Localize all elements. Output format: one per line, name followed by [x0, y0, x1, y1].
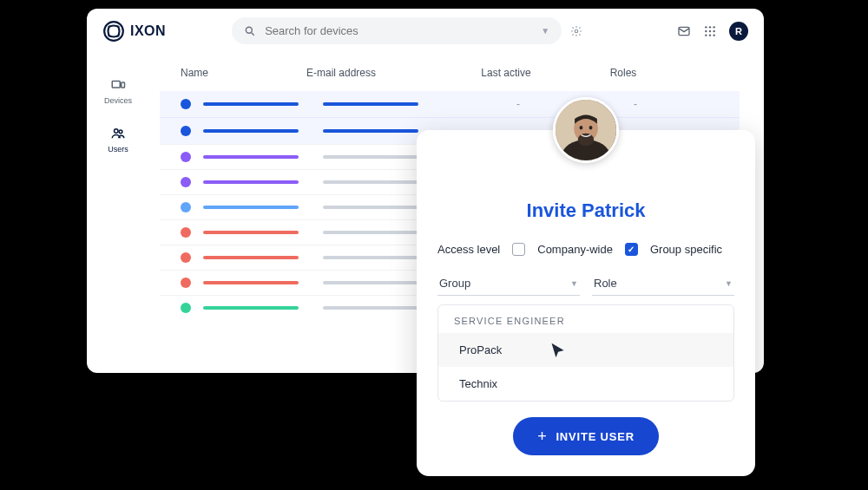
col-email: E-mail address — [306, 67, 441, 79]
status-dot — [181, 177, 191, 187]
checkbox-company-wide[interactable] — [512, 243, 525, 256]
devices-icon — [110, 77, 126, 93]
checkbox-group-specific[interactable] — [625, 243, 638, 256]
table-header: Name E-mail address Last active Roles — [160, 63, 740, 91]
invite-user-button[interactable]: + INVITE USER — [513, 417, 659, 455]
status-dot — [181, 227, 191, 238]
company-wide-label: Company-wide — [537, 243, 613, 256]
sidebar-label: Users — [108, 145, 128, 154]
users-icon — [110, 126, 126, 141]
col-last-active: Last active — [441, 67, 571, 79]
svg-point-22 — [580, 126, 583, 130]
email-placeholder — [323, 256, 418, 259]
email-placeholder — [323, 155, 418, 159]
search-input[interactable] — [265, 24, 532, 37]
sidebar-label: Devices — [104, 96, 132, 105]
gear-icon[interactable] — [570, 25, 582, 37]
status-dot — [181, 202, 191, 212]
name-placeholder — [203, 155, 299, 159]
svg-point-8 — [705, 29, 707, 31]
svg-point-21 — [578, 134, 594, 147]
email-placeholder — [323, 231, 418, 234]
brand-text: IXON — [130, 23, 166, 39]
header-actions: R — [677, 22, 748, 41]
table-row[interactable]: -- — [160, 91, 740, 117]
sidebar-item-users[interactable]: Users — [108, 126, 128, 154]
svg-point-13 — [713, 34, 714, 36]
name-placeholder — [203, 180, 299, 184]
header: IXON ▼ R — [87, 9, 764, 53]
svg-point-1 — [246, 27, 252, 33]
invite-button-label: INVITE USER — [556, 430, 634, 443]
svg-point-16 — [114, 129, 118, 134]
search-bar[interactable]: ▼ — [232, 17, 562, 44]
user-avatar[interactable]: R — [729, 22, 748, 41]
status-dot — [181, 99, 191, 109]
apps-icon[interactable] — [703, 24, 717, 38]
svg-point-10 — [713, 29, 714, 31]
svg-point-6 — [709, 26, 711, 28]
chevron-down-icon: ▼ — [725, 279, 733, 288]
invitee-avatar — [553, 97, 619, 163]
email-placeholder — [323, 129, 418, 133]
group-select-label: Group — [439, 277, 470, 290]
invite-button-wrap: + INVITE USER — [437, 417, 734, 455]
col-roles: Roles — [571, 67, 675, 79]
svg-point-9 — [709, 29, 711, 31]
status-dot — [181, 126, 191, 136]
status-dot — [181, 303, 191, 313]
svg-point-12 — [709, 34, 711, 36]
group-select[interactable]: Group ▼ — [437, 271, 580, 296]
email-placeholder — [323, 281, 418, 284]
svg-rect-14 — [112, 82, 120, 88]
access-level-row: Access level Company-wide Group specific — [437, 243, 734, 256]
group-specific-label: Group specific — [650, 243, 722, 256]
mail-icon[interactable] — [677, 24, 691, 38]
chevron-down-icon: ▼ — [570, 279, 578, 288]
col-name: Name — [181, 67, 306, 79]
name-placeholder — [203, 231, 299, 234]
name-placeholder — [203, 129, 299, 133]
email-placeholder — [323, 102, 418, 106]
invite-card: Invite Patrick Access level Company-wide… — [417, 130, 755, 476]
sidebar: Devices Users — [87, 53, 149, 320]
status-dot — [181, 152, 191, 162]
name-placeholder — [203, 206, 299, 209]
dropdown-section: SERVICE ENGINEER — [438, 305, 733, 333]
svg-point-17 — [119, 130, 122, 134]
email-placeholder — [323, 206, 418, 209]
invite-title: Invite Patrick — [437, 199, 734, 222]
svg-line-2 — [252, 32, 254, 35]
svg-point-11 — [705, 34, 707, 36]
name-placeholder — [203, 102, 299, 106]
select-row: Group ▼ Role ▼ — [437, 271, 734, 296]
brand-logo[interactable]: IXON — [102, 20, 166, 42]
role-select-label: Role — [594, 277, 617, 290]
svg-point-5 — [705, 26, 707, 28]
svg-point-7 — [713, 26, 714, 28]
status-dot — [181, 278, 191, 288]
svg-rect-15 — [122, 82, 125, 88]
dropdown-item-technix[interactable]: Technix — [438, 367, 733, 401]
logo-icon — [102, 20, 125, 42]
name-placeholder — [203, 306, 299, 310]
group-dropdown: SERVICE ENGINEER ProPack Technix — [437, 304, 734, 402]
dropdown-item-propack[interactable]: ProPack — [438, 333, 733, 367]
name-placeholder — [203, 256, 299, 259]
chevron-down-icon[interactable]: ▼ — [541, 26, 549, 36]
sidebar-item-devices[interactable]: Devices — [104, 77, 132, 105]
svg-point-3 — [575, 29, 578, 33]
status-dot — [181, 252, 191, 263]
svg-point-23 — [589, 126, 593, 130]
email-placeholder — [323, 306, 418, 310]
role-select[interactable]: Role ▼ — [592, 271, 734, 296]
email-placeholder — [323, 180, 418, 184]
search-icon — [244, 25, 256, 37]
plus-icon: + — [537, 428, 547, 444]
access-level-label: Access level — [437, 243, 500, 256]
name-placeholder — [203, 281, 299, 284]
